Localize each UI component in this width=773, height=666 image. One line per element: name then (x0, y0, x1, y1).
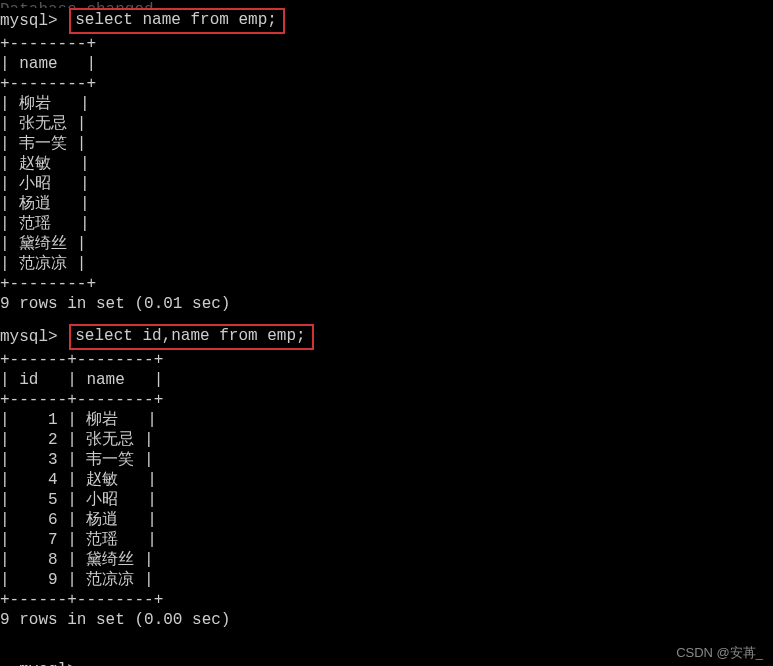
table-row: | 小昭 | (0, 174, 773, 194)
mysql-prompt[interactable]: mysql> (0, 11, 58, 31)
space (58, 11, 68, 31)
table-row: | 韦一笑 | (0, 134, 773, 154)
table-row: | 杨逍 | (0, 194, 773, 214)
table-row: | 黛绮丝 | (0, 234, 773, 254)
mysql-prompt[interactable]: mysql> (19, 661, 77, 666)
query2-border-bottom: +------+--------+ (0, 590, 773, 610)
table-row: | 赵敏 | (0, 154, 773, 174)
query1-summary: 9 rows in set (0.01 sec) (0, 294, 773, 314)
query2-border-mid: +------+--------+ (0, 390, 773, 410)
table-row: | 5 | 小昭 | (0, 490, 773, 510)
query2-header-row: | id | name | (0, 370, 773, 390)
query1-border-mid: +--------+ (0, 74, 773, 94)
query1-command-line: mysql> select name from emp; (0, 8, 773, 34)
table-row: | 8 | 黛绮丝 | (0, 550, 773, 570)
query1-border-top: +--------+ (0, 34, 773, 54)
query2-command-text: select id,name from emp; (75, 327, 305, 345)
table-row: | 柳岩 | (0, 94, 773, 114)
empty-prompt-line[interactable]: mysql> (0, 640, 773, 666)
table-row: | 6 | 杨逍 | (0, 510, 773, 530)
table-row: | 范凉凉 | (0, 254, 773, 274)
spacer (0, 630, 773, 640)
query2-border-top: +------+--------+ (0, 350, 773, 370)
query1-border-bottom: +--------+ (0, 274, 773, 294)
table-row: | 3 | 韦一笑 | (0, 450, 773, 470)
table-row: | 张无忌 | (0, 114, 773, 134)
table-row: | 2 | 张无忌 | (0, 430, 773, 450)
top-partial-line: Database changed (0, 0, 773, 8)
space (58, 327, 68, 347)
query2-rows: | 1 | 柳岩 | | 2 | 张无忌 | | 3 | 韦一笑 | | 4 |… (0, 410, 773, 590)
table-row: | 范瑶 | (0, 214, 773, 234)
table-row: | 4 | 赵敏 | (0, 470, 773, 490)
table-row: | 9 | 范凉凉 | (0, 570, 773, 590)
query2-summary: 9 rows in set (0.00 sec) (0, 610, 773, 630)
query1-header-row: | name | (0, 54, 773, 74)
query2-command-line: mysql> select id,name from emp; (0, 324, 773, 350)
spacer (0, 314, 773, 324)
query1-highlight-box: select name from emp; (69, 8, 285, 34)
query1-command-text: select name from emp; (75, 11, 277, 29)
table-row: | 7 | 范瑶 | (0, 530, 773, 550)
mysql-prompt[interactable]: mysql> (0, 327, 58, 347)
query2-highlight-box: select id,name from emp; (69, 324, 313, 350)
partial-text: Database changed (0, 0, 773, 8)
csdn-watermark: CSDN @安苒_ (676, 645, 763, 661)
query1-rows: | 柳岩 | | 张无忌 | | 韦一笑 | | 赵敏 | | 小昭 | | 杨… (0, 94, 773, 274)
table-row: | 1 | 柳岩 | (0, 410, 773, 430)
